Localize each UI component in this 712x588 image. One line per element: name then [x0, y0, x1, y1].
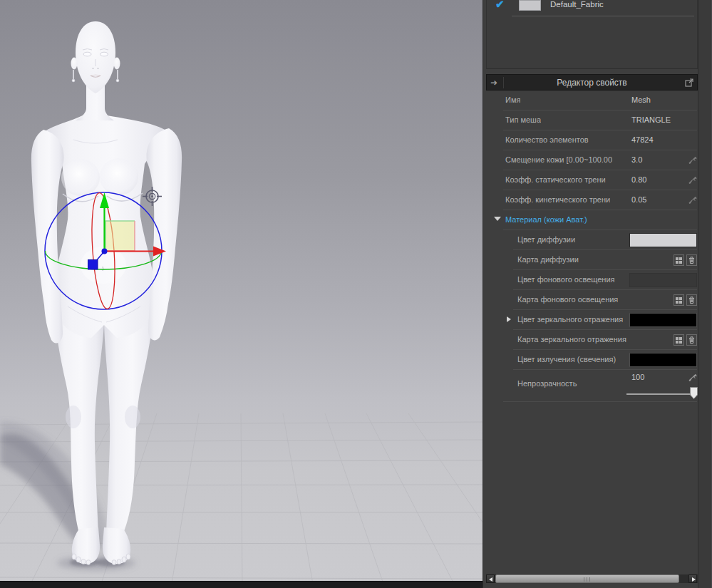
- row-value-input[interactable]: 3.0: [631, 155, 642, 164]
- property-row-mesh-type[interactable]: Тип меша TRIANGLE: [486, 110, 698, 130]
- right-arrow-icon: [692, 577, 696, 582]
- browse-map-button[interactable]: [674, 254, 684, 266]
- material-row-specular-map[interactable]: Карта зеркального отражения: [486, 330, 698, 350]
- row-label: Цвет излучения (свечения): [517, 355, 616, 363]
- delete-map-button[interactable]: [686, 254, 697, 266]
- fabric-list-item[interactable]: ✔ Default_Fabric: [487, 0, 697, 16]
- property-row-skin-offset[interactable]: Смещение кожи [0.00~100.00 3.0: [486, 150, 698, 170]
- collapse-triangle-icon[interactable]: [494, 217, 501, 221]
- material-row-diffuse-map[interactable]: Карта диффузии: [486, 250, 698, 270]
- emission-color-swatch[interactable]: [629, 353, 697, 367]
- plane-handle-xy[interactable]: [105, 221, 135, 251]
- property-editor-title: Редактор свойств: [487, 75, 697, 91]
- specular-color-swatch[interactable]: [629, 313, 697, 327]
- scroll-right-button[interactable]: [688, 574, 697, 583]
- material-row-opacity[interactable]: Непрозрачность 100: [486, 370, 698, 402]
- row-label: Коэфф. статического трени: [505, 175, 606, 184]
- section-title: Материал (кожи Ават.): [505, 215, 587, 224]
- 3d-viewport[interactable]: [0, 0, 483, 588]
- browse-map-button[interactable]: [674, 334, 684, 346]
- material-row-diffuse-color[interactable]: Цвет диффузии: [486, 230, 698, 250]
- row-value-input[interactable]: 0.05: [631, 195, 646, 204]
- viewport-scene: [0, 0, 483, 588]
- property-row-element-count[interactable]: Количество элементов 47824: [486, 130, 698, 150]
- row-label: Количество элементов: [505, 135, 589, 144]
- opacity-slider-thumb[interactable]: [690, 387, 698, 399]
- panel-right-gutter: [698, 0, 712, 588]
- popout-icon[interactable]: [685, 78, 693, 87]
- property-row-name[interactable]: Имя Mesh: [486, 91, 698, 110]
- browse-map-button[interactable]: [674, 294, 684, 306]
- material-row-specular-color[interactable]: Цвет зеркального отражения: [486, 310, 698, 330]
- scrollbar-thumb[interactable]: [495, 574, 679, 583]
- delete-map-button[interactable]: [686, 334, 697, 346]
- row-label: Смещение кожи [0.00~100.00: [505, 155, 612, 164]
- fabric-list[interactable]: ✔ Default_Fabric: [486, 0, 698, 69]
- property-editor-header: ➜ Редактор свойств: [486, 74, 698, 91]
- check-icon[interactable]: ✔: [495, 0, 505, 11]
- row-label: Карта диффузии: [517, 255, 579, 264]
- material-row-ambient-map[interactable]: Карта фонового освещения: [486, 290, 698, 310]
- row-label: Цвет зеркального отражения: [517, 315, 623, 324]
- fabric-item-label: Default_Fabric: [550, 0, 604, 9]
- app-window: ✔ Default_Fabric ➜ Редактор свойств Имя …: [0, 0, 712, 588]
- wrench-icon[interactable]: [688, 175, 698, 185]
- row-label: Цвет диффузии: [517, 235, 575, 244]
- opacity-value[interactable]: 100: [631, 373, 644, 381]
- pivot-handle[interactable]: [88, 260, 98, 270]
- fabric-color-swatch[interactable]: [519, 0, 541, 11]
- row-value: 47824: [631, 135, 654, 144]
- property-row-kinetic-friction[interactable]: Коэфф. кинетического трени 0.05: [486, 190, 698, 210]
- row-label: Цвет фонового освещения: [517, 275, 615, 284]
- viewport-bottom-bar: [0, 581, 483, 588]
- material-row-ambient-color[interactable]: Цвет фонового освещения: [486, 270, 698, 290]
- row-label: Имя: [505, 96, 520, 104]
- expand-triangle-icon[interactable]: [507, 316, 511, 322]
- property-row-static-friction[interactable]: Коэфф. статического трени 0.80: [486, 170, 698, 190]
- row-label: Тип меша: [505, 115, 541, 124]
- panel-horizontal-scrollbar[interactable]: [486, 574, 698, 583]
- thumb-grip: [584, 577, 591, 582]
- material-section-header[interactable]: Материал (кожи Ават.): [486, 210, 698, 230]
- row-value: Mesh: [631, 96, 651, 104]
- opacity-slider-track[interactable]: [626, 393, 698, 395]
- material-row-emission-color[interactable]: Цвет излучения (свечения): [486, 350, 698, 370]
- row-label: Карта зеркального отражения: [517, 335, 626, 344]
- delete-map-button[interactable]: [686, 294, 697, 306]
- row-label: Карта фонового освещения: [517, 295, 618, 304]
- ambient-color-swatch[interactable]: [629, 273, 697, 287]
- row-label: Коэфф. кинетического трени: [505, 195, 610, 204]
- scroll-left-button[interactable]: [486, 574, 495, 583]
- row-label: Непрозрачность: [517, 379, 577, 388]
- wrench-icon[interactable]: [688, 195, 698, 205]
- diffuse-color-swatch[interactable]: [629, 233, 697, 247]
- list-separator: [512, 16, 694, 16]
- right-panel: ✔ Default_Fabric ➜ Редактор свойств Имя …: [483, 0, 712, 588]
- wrench-icon[interactable]: [688, 155, 698, 165]
- wrench-icon[interactable]: [688, 373, 698, 383]
- left-arrow-icon: [489, 577, 492, 582]
- row-value: TRIANGLE: [631, 115, 671, 124]
- row-value-input[interactable]: 0.80: [631, 175, 646, 184]
